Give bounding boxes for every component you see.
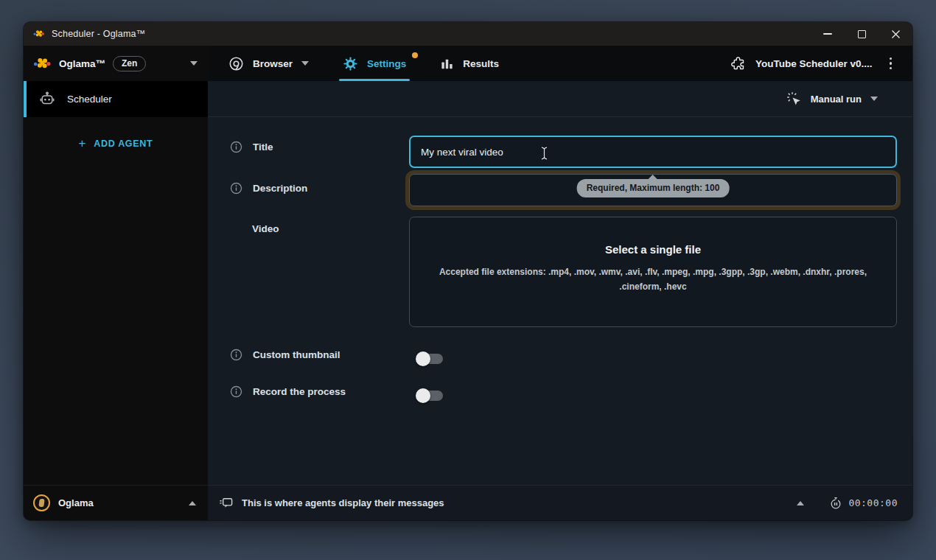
minimize-button[interactable] [811, 22, 845, 46]
workspace-switcher[interactable]: Oglama™ Zen [24, 46, 208, 81]
video-label-text: Video [252, 223, 279, 234]
account-chevron-up-icon [189, 501, 196, 505]
info-icon[interactable] [230, 141, 242, 153]
sidebar-item-label: Scheduler [67, 94, 112, 105]
info-icon[interactable] [230, 182, 242, 195]
description-field-label: Description [230, 181, 307, 195]
video-field-label: Video [252, 221, 279, 236]
bar-chart-icon [440, 57, 454, 71]
agent-message-bar: This is where agents display their messa… [208, 485, 912, 520]
app-window: Scheduler - Oglama™ Oglama™ [24, 22, 912, 520]
tab-settings-label: Settings [367, 58, 406, 69]
info-icon[interactable] [230, 349, 242, 361]
toggle-knob [416, 388, 430, 403]
oglama-logo-icon [33, 56, 52, 71]
text-cursor-icon [540, 147, 548, 160]
avatar [33, 494, 50, 511]
add-agent-label: ADD AGENT [94, 139, 153, 149]
tab-settings[interactable]: Settings [343, 46, 406, 81]
workspace-chevron-down-icon [190, 61, 198, 66]
titlebar: Scheduler - Oglama™ [24, 22, 912, 46]
settings-notification-dot [412, 52, 418, 58]
run-mode-chevron-down-icon[interactable] [870, 97, 878, 101]
close-button[interactable] [879, 22, 912, 46]
record-process-label: Record the process [230, 384, 346, 399]
plugin-name: YouTube Scheduler v0.... [755, 58, 873, 69]
minimize-icon [823, 33, 832, 35]
tab-results-label: Results [463, 58, 499, 69]
run-mode-label: Manual run [811, 94, 862, 105]
robot-icon [38, 91, 56, 108]
run-timer: 00:00:00 [848, 497, 898, 508]
browser-chevron-down-icon [301, 61, 309, 66]
tab-results[interactable]: Results [440, 46, 499, 81]
custom-thumbnail-label-text: Custom thumbnail [253, 349, 340, 360]
title-label-text: Title [253, 141, 273, 153]
expand-log-chevron-up-icon[interactable] [797, 501, 804, 505]
plus-icon: + [79, 137, 87, 150]
maximize-button[interactable] [845, 22, 879, 46]
brand-name: Oglama™ [59, 58, 105, 69]
close-icon [891, 29, 901, 39]
settings-form: Title My next viral video Description [208, 117, 912, 485]
validation-tooltip: Required, Maximum length: 100 [577, 179, 730, 197]
tab-browser[interactable]: Browser [228, 46, 309, 81]
add-agent-button[interactable]: + ADD AGENT [79, 137, 153, 150]
file-extensions-hint: Accepted file extensions: .mp4, .mov, .w… [422, 265, 884, 295]
account-name: Oglama [58, 497, 94, 508]
app-logo-icon [33, 29, 45, 39]
record-process-label-text: Record the process [253, 386, 346, 397]
title-input[interactable]: My next viral video [409, 136, 897, 168]
tabbar: Browser [208, 46, 912, 81]
info-icon[interactable] [230, 385, 242, 398]
tab-browser-label: Browser [253, 58, 293, 69]
main-panel: Browser [208, 46, 912, 520]
file-select-cta: Select a single file [605, 243, 701, 256]
run-bar: Manual run [208, 81, 912, 117]
plugin-puzzle-icon [730, 56, 746, 71]
title-field-label: Title [230, 139, 273, 154]
record-process-toggle[interactable] [416, 387, 445, 405]
title-input-value: My next viral video [421, 147, 503, 158]
video-file-dropzone[interactable]: Select a single file Accepted file exten… [409, 217, 897, 327]
account-menu[interactable]: Oglama [24, 485, 208, 520]
overflow-menu-button[interactable] [882, 55, 900, 73]
sidebar-item-scheduler[interactable]: Scheduler [24, 81, 208, 117]
manual-run-cursor-icon [786, 91, 802, 107]
browser-icon [228, 56, 244, 71]
window-title: Scheduler - Oglama™ [52, 29, 145, 39]
plan-badge: Zen [113, 56, 146, 71]
gear-icon [343, 56, 358, 71]
description-label-text: Description [253, 183, 307, 194]
sidebar: Oglama™ Zen Scheduler + ADD AGENT [24, 46, 208, 520]
custom-thumbnail-label: Custom thumbnail [230, 347, 340, 362]
agent-message-text: This is where agents display their messa… [242, 497, 444, 508]
custom-thumbnail-toggle[interactable] [416, 350, 445, 368]
chat-icon [218, 495, 234, 511]
toggle-knob [416, 351, 430, 366]
maximize-icon [858, 30, 866, 38]
stopwatch-icon [829, 497, 842, 510]
